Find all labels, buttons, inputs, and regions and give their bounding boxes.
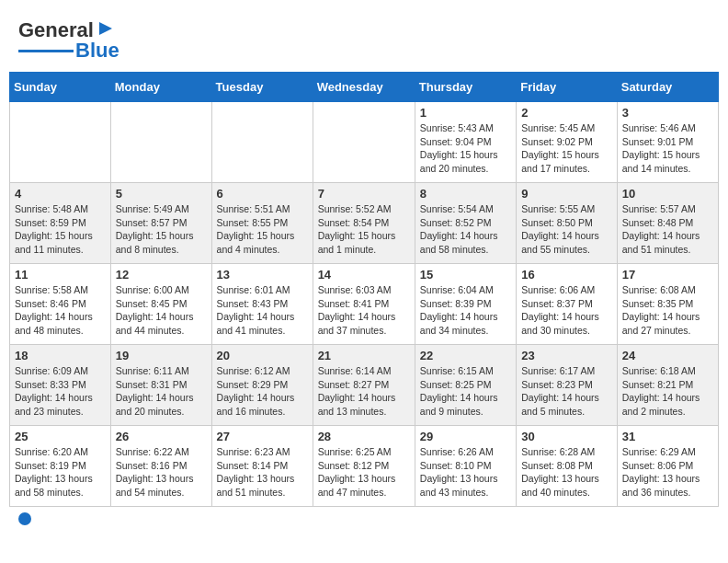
daylight-icon [18,512,31,525]
day-cell: 10Sunrise: 5:57 AM Sunset: 8:48 PM Dayli… [617,183,718,264]
day-cell: 28Sunrise: 6:25 AM Sunset: 8:12 PM Dayli… [313,426,415,507]
day-number: 14 [318,268,410,282]
day-number: 8 [420,187,511,201]
day-number: 2 [521,106,612,120]
day-number: 29 [420,430,511,443]
day-info: Sunrise: 6:18 AM Sunset: 8:21 PM Dayligh… [622,364,713,419]
logo-blue: Blue [75,39,119,63]
day-info: Sunrise: 6:09 AM Sunset: 8:33 PM Dayligh… [15,364,106,419]
day-cell: 29Sunrise: 6:26 AM Sunset: 8:10 PM Dayli… [415,426,516,507]
day-info: Sunrise: 6:04 AM Sunset: 8:39 PM Dayligh… [420,283,511,338]
day-cell: 31Sunrise: 6:29 AM Sunset: 8:06 PM Dayli… [617,426,718,507]
day-info: Sunrise: 5:49 AM Sunset: 8:57 PM Dayligh… [116,202,207,257]
week-row-5: 25Sunrise: 6:20 AM Sunset: 8:19 PM Dayli… [10,426,719,507]
day-cell: 16Sunrise: 6:06 AM Sunset: 8:37 PM Dayli… [517,264,618,345]
day-cell [211,102,313,183]
day-number: 20 [217,349,308,362]
week-row-3: 11Sunrise: 5:58 AM Sunset: 8:46 PM Dayli… [10,264,719,345]
day-cell: 30Sunrise: 6:28 AM Sunset: 8:08 PM Dayli… [517,426,618,507]
day-number: 4 [15,187,106,201]
calendar-table: SundayMondayTuesdayWednesdayThursdayFrid… [9,72,719,507]
day-info: Sunrise: 6:15 AM Sunset: 8:25 PM Dayligh… [420,364,511,419]
weekday-header-saturday: Saturday [617,73,718,102]
day-cell [110,102,211,183]
day-number: 22 [420,349,511,362]
day-number: 18 [15,349,106,362]
day-number: 12 [116,268,207,282]
day-info: Sunrise: 6:11 AM Sunset: 8:31 PM Dayligh… [116,364,207,419]
day-info: Sunrise: 6:06 AM Sunset: 8:37 PM Dayligh… [521,283,612,338]
day-cell: 27Sunrise: 6:23 AM Sunset: 8:14 PM Dayli… [211,426,313,507]
weekday-header-wednesday: Wednesday [313,73,415,102]
day-number: 5 [116,187,207,201]
day-cell: 4Sunrise: 5:48 AM Sunset: 8:59 PM Daylig… [10,183,111,264]
day-cell: 13Sunrise: 6:01 AM Sunset: 8:43 PM Dayli… [211,264,313,345]
day-info: Sunrise: 6:03 AM Sunset: 8:41 PM Dayligh… [318,283,410,338]
day-cell: 25Sunrise: 6:20 AM Sunset: 8:19 PM Dayli… [10,426,111,507]
day-number: 10 [622,187,713,201]
day-info: Sunrise: 6:28 AM Sunset: 8:08 PM Dayligh… [521,445,612,500]
day-cell: 21Sunrise: 6:14 AM Sunset: 8:27 PM Dayli… [313,345,415,426]
weekday-header-monday: Monday [110,73,211,102]
week-row-2: 4Sunrise: 5:48 AM Sunset: 8:59 PM Daylig… [10,183,719,264]
day-cell: 24Sunrise: 6:18 AM Sunset: 8:21 PM Dayli… [617,345,718,426]
day-number: 27 [217,430,308,443]
day-cell: 14Sunrise: 6:03 AM Sunset: 8:41 PM Dayli… [313,264,415,345]
day-info: Sunrise: 6:14 AM Sunset: 8:27 PM Dayligh… [318,364,410,419]
week-row-1: 1Sunrise: 5:43 AM Sunset: 9:04 PM Daylig… [10,102,719,183]
day-number: 9 [521,187,612,201]
day-number: 7 [318,187,410,201]
day-info: Sunrise: 5:48 AM Sunset: 8:59 PM Dayligh… [15,202,106,257]
day-info: Sunrise: 6:25 AM Sunset: 8:12 PM Dayligh… [318,445,410,500]
day-cell: 9Sunrise: 5:55 AM Sunset: 8:50 PM Daylig… [517,183,618,264]
logo-icon [96,18,116,39]
day-cell: 5Sunrise: 5:49 AM Sunset: 8:57 PM Daylig… [110,183,211,264]
day-number: 26 [116,430,207,443]
day-cell: 20Sunrise: 6:12 AM Sunset: 8:29 PM Dayli… [211,345,313,426]
day-cell: 17Sunrise: 6:08 AM Sunset: 8:35 PM Dayli… [617,264,718,345]
day-number: 16 [521,268,612,282]
day-info: Sunrise: 6:20 AM Sunset: 8:19 PM Dayligh… [15,445,106,500]
day-info: Sunrise: 5:51 AM Sunset: 8:55 PM Dayligh… [217,202,308,257]
weekday-header-friday: Friday [517,73,618,102]
day-cell: 7Sunrise: 5:52 AM Sunset: 8:54 PM Daylig… [313,183,415,264]
day-cell: 19Sunrise: 6:11 AM Sunset: 8:31 PM Dayli… [110,345,211,426]
day-number: 13 [217,268,308,282]
day-cell: 3Sunrise: 5:46 AM Sunset: 9:01 PM Daylig… [617,102,718,183]
svg-marker-0 [99,22,112,35]
day-number: 1 [420,106,511,120]
day-number: 11 [15,268,106,282]
day-number: 21 [318,349,410,362]
day-number: 31 [622,430,713,443]
weekday-header-thursday: Thursday [415,73,516,102]
day-number: 6 [217,187,308,201]
day-info: Sunrise: 6:29 AM Sunset: 8:06 PM Dayligh… [622,445,713,500]
day-number: 30 [521,430,612,443]
day-cell: 18Sunrise: 6:09 AM Sunset: 8:33 PM Dayli… [10,345,111,426]
day-cell: 15Sunrise: 6:04 AM Sunset: 8:39 PM Dayli… [415,264,516,345]
day-info: Sunrise: 5:54 AM Sunset: 8:52 PM Dayligh… [420,202,511,257]
day-cell: 26Sunrise: 6:22 AM Sunset: 8:16 PM Dayli… [110,426,211,507]
day-info: Sunrise: 6:17 AM Sunset: 8:23 PM Dayligh… [521,364,612,419]
day-number: 3 [622,106,713,120]
day-info: Sunrise: 5:58 AM Sunset: 8:46 PM Dayligh… [15,283,106,338]
weekday-header-sunday: Sunday [10,73,111,102]
day-info: Sunrise: 5:45 AM Sunset: 9:02 PM Dayligh… [521,121,612,176]
day-cell: 1Sunrise: 5:43 AM Sunset: 9:04 PM Daylig… [415,102,516,183]
weekday-header-tuesday: Tuesday [211,73,313,102]
day-number: 25 [15,430,106,443]
day-info: Sunrise: 5:57 AM Sunset: 8:48 PM Dayligh… [622,202,713,257]
day-cell: 8Sunrise: 5:54 AM Sunset: 8:52 PM Daylig… [415,183,516,264]
day-number: 17 [622,268,713,282]
day-cell [10,102,111,183]
weekday-header-row: SundayMondayTuesdayWednesdayThursdayFrid… [10,73,719,102]
day-info: Sunrise: 5:52 AM Sunset: 8:54 PM Dayligh… [318,202,410,257]
footer [9,507,719,531]
day-info: Sunrise: 6:12 AM Sunset: 8:29 PM Dayligh… [217,364,308,419]
header: General Blue [9,9,719,67]
day-number: 15 [420,268,511,282]
day-cell: 23Sunrise: 6:17 AM Sunset: 8:23 PM Dayli… [517,345,618,426]
logo: General Blue [18,18,119,63]
day-number: 24 [622,349,713,362]
day-number: 19 [116,349,207,362]
